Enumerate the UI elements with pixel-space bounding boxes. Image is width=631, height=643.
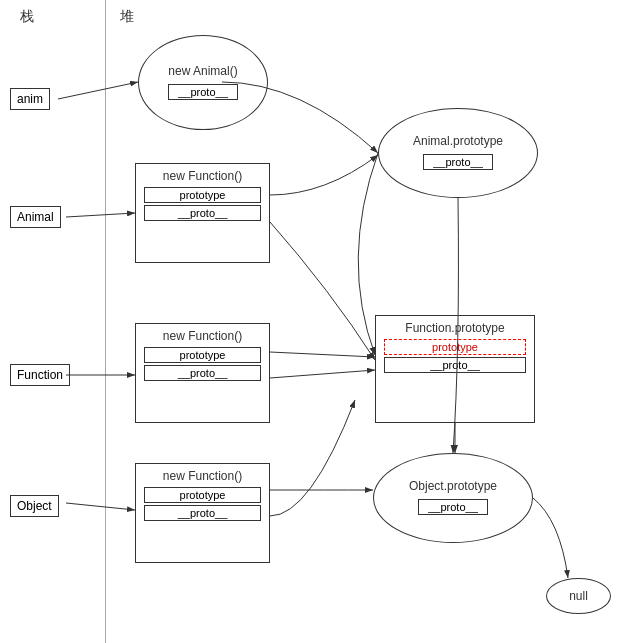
new-function-object-label: new Function() [144, 469, 261, 483]
diagram: 栈 堆 anim Animal Function Object new Anim… [0, 0, 631, 643]
function-prototype-obj: Function.prototype prototype __proto__ [375, 315, 535, 423]
new-function-function-proto: __proto__ [144, 365, 261, 381]
stack-label-function: Function [10, 364, 70, 386]
function-prototype-label: Function.prototype [384, 321, 526, 335]
new-function-function-obj: new Function() prototype __proto__ [135, 323, 270, 423]
stack-header: 栈 [20, 8, 34, 26]
new-function-animal-label: new Function() [144, 169, 261, 183]
stack-label-object: Object [10, 495, 59, 517]
new-function-animal-proto: __proto__ [144, 205, 261, 221]
stack-label-anim: anim [10, 88, 50, 110]
object-prototype-obj: Object.prototype __proto__ [373, 453, 533, 543]
stack-label-animal: Animal [10, 206, 61, 228]
svg-line-4 [66, 503, 135, 510]
null-label: null [569, 589, 588, 603]
new-function-object-prototype: prototype [144, 487, 261, 503]
arrows-svg [0, 0, 631, 643]
object-prototype-proto: __proto__ [418, 499, 488, 515]
divider [105, 0, 106, 643]
animal-prototype-proto: __proto__ [423, 154, 493, 170]
new-animal-obj: new Animal() __proto__ [138, 35, 268, 130]
new-function-animal-prototype: prototype [144, 187, 261, 203]
animal-prototype-label: Animal.prototype [413, 134, 503, 148]
svg-line-6 [270, 370, 375, 378]
function-prototype-proto: __proto__ [384, 357, 526, 373]
new-function-animal-obj: new Function() prototype __proto__ [135, 163, 270, 263]
new-function-function-label: new Function() [144, 329, 261, 343]
svg-line-5 [270, 352, 375, 357]
object-prototype-label: Object.prototype [409, 479, 497, 493]
animal-prototype-obj: Animal.prototype __proto__ [378, 108, 538, 198]
svg-line-1 [58, 82, 138, 99]
new-function-object-proto: __proto__ [144, 505, 261, 521]
new-animal-label: new Animal() [168, 64, 237, 78]
null-obj: null [546, 578, 611, 614]
heap-header: 堆 [120, 8, 134, 26]
new-animal-proto: __proto__ [168, 84, 238, 100]
new-function-object-obj: new Function() prototype __proto__ [135, 463, 270, 563]
function-prototype-prototype: prototype [384, 339, 526, 355]
new-function-function-prototype: prototype [144, 347, 261, 363]
svg-line-2 [66, 213, 135, 217]
